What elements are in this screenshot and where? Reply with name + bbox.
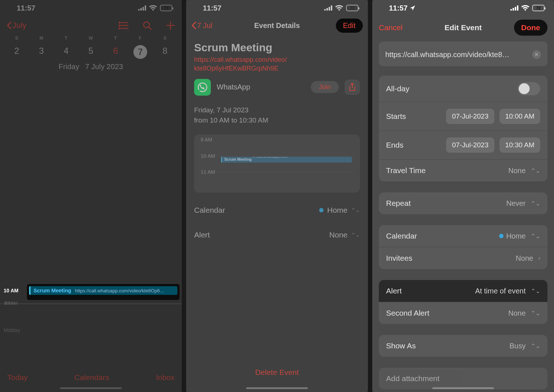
repeat-row[interactable]: Repeat Never⌃⌄ xyxy=(379,192,547,214)
ends-time-chip[interactable]: 10:30 AM xyxy=(499,137,540,153)
chevron-left-icon xyxy=(7,21,12,29)
calendar-value: Home xyxy=(506,232,526,240)
home-indicator[interactable] xyxy=(432,387,494,389)
calendar-row[interactable]: Calendar Home ⌃⌄ xyxy=(186,198,368,223)
day-number: 7 xyxy=(133,45,147,59)
url-field[interactable]: https://call.whatsapp.com/video/kte8… ✕ xyxy=(379,41,547,66)
today-button[interactable]: Today xyxy=(7,373,28,382)
dow-label: F xyxy=(128,36,153,41)
status-time: 11:57 xyxy=(389,4,408,12)
join-button[interactable]: Join xyxy=(311,81,339,93)
starts-row: Starts 07-Jul-2023 10:00 AM xyxy=(379,102,547,131)
home-indicator[interactable] xyxy=(60,387,122,389)
hour-grid[interactable]: 11 AM10 AM9 AM8 AM7 AM6 AM5 AM4 AM3 AM2 … xyxy=(0,75,182,351)
status-time: 11:57 xyxy=(203,4,221,12)
svg-point-9 xyxy=(119,28,120,29)
svg-rect-19 xyxy=(510,9,512,11)
calendars-button[interactable]: Calendars xyxy=(74,373,109,382)
week-day[interactable]: T6 xyxy=(103,36,128,59)
calendar-label: Calendar xyxy=(386,232,417,240)
mini-schedule[interactable]: 9 AM10 AMScrum Meeting ⎋ call.whatsapp.c… xyxy=(194,135,360,193)
dow-label: S xyxy=(4,36,29,41)
done-button[interactable]: Done xyxy=(514,20,548,36)
travel-row[interactable]: Travel Time None⌃⌄ xyxy=(379,159,547,181)
cancel-button[interactable]: Cancel xyxy=(379,23,402,32)
updown-icon: ⌃⌄ xyxy=(531,200,540,207)
calendar-label: Calendar xyxy=(194,206,225,215)
panel-event-details: 11:57 72 7 Jul Event Details Edit Scrum … xyxy=(186,0,368,392)
ends-row: Ends 07-Jul-2023 10:30 AM xyxy=(379,131,547,159)
panel-day-view: 11:57 72 July S2M3T4W5T6F7S8 Friday7 Jul… xyxy=(0,0,182,392)
svg-rect-21 xyxy=(515,7,516,11)
mini-event[interactable]: Scrum Meeting ⎋ call.whatsapp.com xyxy=(221,157,352,163)
tab-bar: Today Calendars Inbox xyxy=(0,373,182,382)
event-block[interactable]: Scrum Meeting https://call.whatsapp.com/… xyxy=(27,284,180,300)
invitees-row[interactable]: Invitees None› xyxy=(379,247,547,269)
ends-date-chip[interactable]: 07-Jul-2023 xyxy=(446,137,494,153)
back-button[interactable]: 7 Jul xyxy=(191,21,212,30)
current-date: Friday7 July 2023 xyxy=(0,63,182,71)
home-indicator[interactable] xyxy=(246,387,308,389)
calendar-color-dot xyxy=(499,234,503,238)
inbox-button[interactable]: Inbox xyxy=(156,373,174,382)
list-icon[interactable] xyxy=(119,21,129,29)
edit-nav: Cancel Edit Event Done xyxy=(372,16,554,39)
add-icon[interactable] xyxy=(166,21,175,30)
wifi-icon xyxy=(149,5,157,11)
location-icon xyxy=(410,5,416,11)
showas-row[interactable]: Show As Busy⌃⌄ xyxy=(379,335,547,357)
dow-label: T xyxy=(103,36,128,41)
week-header: S2M3T4W5T6F7S8 xyxy=(0,36,182,59)
week-day[interactable]: S8 xyxy=(153,36,177,59)
week-day[interactable]: S2 xyxy=(4,36,29,59)
calendar-color-dot xyxy=(319,208,324,212)
day-number: 3 xyxy=(29,46,54,56)
svg-line-11 xyxy=(149,27,151,29)
invitees-value: None xyxy=(516,254,533,263)
back-label: 7 Jul xyxy=(197,21,212,30)
url-value: https://call.whatsapp.com/video/kte8… xyxy=(385,51,509,59)
alert-row[interactable]: Alert At time of event⌃⌄ xyxy=(379,280,547,302)
attachment-row[interactable]: Add attachment xyxy=(379,368,547,389)
midday-label: Midday xyxy=(4,327,20,333)
allday-row[interactable]: All-day xyxy=(379,76,547,102)
edit-button[interactable]: Edit xyxy=(336,19,363,33)
whatsapp-icon xyxy=(194,79,211,96)
page-title: Edit Event xyxy=(445,23,482,32)
delete-event-button[interactable]: Delete Event xyxy=(186,368,368,377)
app-name: WhatsApp xyxy=(217,83,305,91)
share-button[interactable] xyxy=(345,80,360,95)
second-alert-row[interactable]: Second Alert None⌃⌄ xyxy=(379,302,547,324)
panel-edit-event: 11:57 72 Cancel Edit Event Done https://… xyxy=(372,0,554,392)
allday-toggle[interactable] xyxy=(518,82,540,95)
starts-time-chip[interactable]: 10:00 AM xyxy=(499,109,540,124)
calendar-row[interactable]: Calendar Home⌃⌄ xyxy=(379,225,547,247)
updown-icon: ⌃⌄ xyxy=(531,288,540,295)
wifi-icon xyxy=(521,5,529,11)
event-url[interactable]: https://call.whatsapp.com/video/kte8Op6y… xyxy=(194,55,360,73)
svg-rect-22 xyxy=(517,5,518,11)
page-title: Event Details xyxy=(254,21,300,30)
updown-icon: ⌃⌄ xyxy=(351,232,360,238)
status-bar: 11:57 72 xyxy=(0,0,182,16)
day-number: 6 xyxy=(103,46,128,56)
alert-row[interactable]: Alert None ⌃⌄ xyxy=(186,223,368,247)
week-day[interactable]: W5 xyxy=(79,36,103,59)
week-day[interactable]: T4 xyxy=(54,36,79,59)
mini-hour-row: 11 AM xyxy=(201,172,353,188)
svg-rect-14 xyxy=(324,9,326,11)
allday-label: All-day xyxy=(386,84,409,93)
svg-rect-15 xyxy=(326,8,328,11)
alert-label: Alert xyxy=(194,231,210,239)
event-time-badge: 10 AM xyxy=(4,288,19,293)
starts-date-chip[interactable]: 07-Jul-2023 xyxy=(446,109,494,124)
svg-rect-3 xyxy=(145,5,146,11)
event-title: Scrum Meeting xyxy=(194,41,360,54)
week-day[interactable]: F7 xyxy=(128,36,153,59)
mini-hour-row: 10 AMScrum Meeting ⎋ call.whatsapp.com xyxy=(201,156,353,172)
search-icon[interactable] xyxy=(142,21,152,30)
week-day[interactable]: M3 xyxy=(29,36,54,59)
dow-label: S xyxy=(153,36,177,41)
back-month-button[interactable]: July xyxy=(7,21,27,30)
clear-icon[interactable]: ✕ xyxy=(532,50,541,59)
